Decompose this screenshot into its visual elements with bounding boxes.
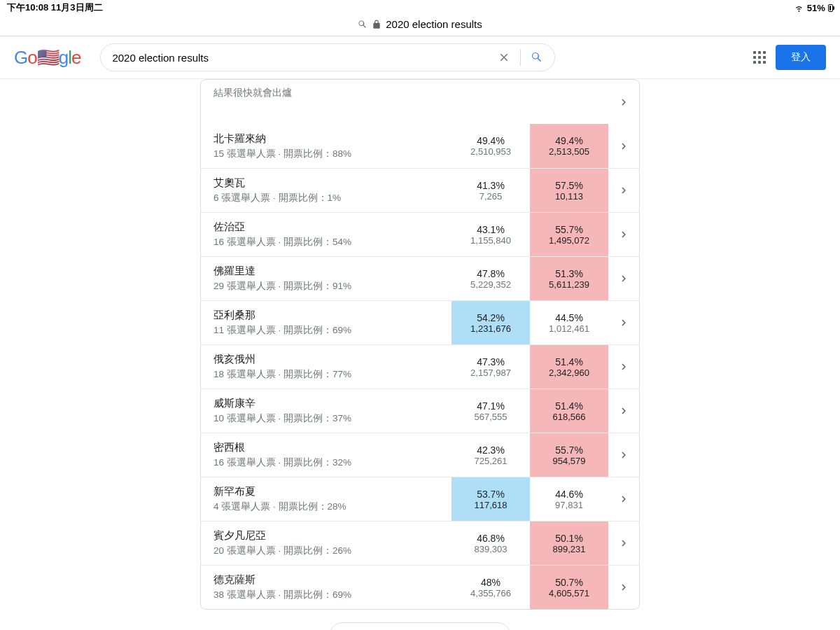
state-row[interactable]: 新罕布夏4 張選舉人票 · 開票比例：28%53.7%117,61844.6%9… bbox=[201, 477, 639, 521]
chevron-right-icon bbox=[608, 477, 639, 521]
state-row[interactable]: 北卡羅來納15 張選舉人票 · 開票比例：88%49.4%2,510,95349… bbox=[201, 124, 639, 168]
left-votes: 7,265 bbox=[479, 191, 503, 202]
state-name: 北卡羅來納 bbox=[214, 132, 439, 146]
chevron-right-icon bbox=[608, 433, 639, 477]
state-info: 佛羅里達29 張選舉人票 · 開票比例：91% bbox=[201, 257, 451, 300]
state-name: 新罕布夏 bbox=[214, 485, 439, 498]
candidate-left: 42.3%725,261 bbox=[451, 433, 530, 477]
state-sub: 29 張選舉人票 · 開票比例：91% bbox=[214, 280, 439, 293]
chevron-right-icon bbox=[608, 124, 639, 168]
candidate-left: 47.8%5,229,352 bbox=[451, 257, 530, 300]
left-pct: 49.4% bbox=[477, 135, 505, 146]
right-votes: 4,605,571 bbox=[549, 588, 589, 598]
state-row[interactable]: 賓夕凡尼亞20 張選舉人票 · 開票比例：26%46.8%839,30350.1… bbox=[201, 521, 639, 565]
browser-url-bar[interactable]: 2020 election results bbox=[0, 15, 840, 36]
wifi-icon bbox=[794, 3, 804, 13]
candidate-right: 55.7%954,579 bbox=[530, 433, 608, 477]
lock-icon bbox=[372, 20, 382, 29]
state-row[interactable]: 德克薩斯38 張選舉人票 · 開票比例：69%48%4,355,76650.7%… bbox=[201, 565, 639, 609]
state-name: 威斯康辛 bbox=[214, 397, 439, 410]
state-name: 德克薩斯 bbox=[214, 573, 439, 587]
state-name: 艾奧瓦 bbox=[214, 176, 439, 190]
right-pct: 44.5% bbox=[555, 312, 583, 323]
candidate-right: 51.4%618,566 bbox=[530, 389, 608, 433]
url-text: 2020 election results bbox=[386, 18, 482, 30]
chevron-right-icon bbox=[608, 345, 639, 388]
state-row[interactable]: 佛羅里達29 張選舉人票 · 開票比例：91%47.8%5,229,35251.… bbox=[201, 256, 639, 300]
state-name: 亞利桑那 bbox=[214, 309, 439, 322]
search-input[interactable] bbox=[112, 52, 498, 64]
left-votes: 4,355,766 bbox=[470, 588, 511, 598]
state-row[interactable]: 密西根16 張選舉人票 · 開票比例：32%42.3%725,26155.7%9… bbox=[201, 433, 639, 477]
show-less-button[interactable]: 顯示較少 bbox=[329, 622, 511, 630]
chevron-right-icon bbox=[608, 213, 639, 256]
state-info: 俄亥俄州18 張選舉人票 · 開票比例：77% bbox=[201, 345, 451, 388]
right-pct: 50.1% bbox=[555, 533, 583, 544]
state-info: 佐治亞16 張選舉人票 · 開票比例：54% bbox=[201, 213, 451, 256]
candidate-left: 53.7%117,618 bbox=[451, 477, 530, 521]
state-name: 佐治亞 bbox=[214, 220, 439, 234]
state-row[interactable]: 佐治亞16 張選舉人票 · 開票比例：54%43.1%1,155,84055.7… bbox=[201, 212, 639, 256]
state-name: 佛羅里達 bbox=[214, 265, 439, 278]
state-sub: 16 張選舉人票 · 開票比例：32% bbox=[214, 456, 439, 469]
left-pct: 46.8% bbox=[477, 533, 505, 544]
search-submit-icon[interactable] bbox=[531, 51, 543, 64]
signin-button[interactable]: 登入 bbox=[776, 45, 826, 70]
left-pct: 43.1% bbox=[477, 224, 505, 235]
state-row[interactable]: 亞利桑那11 張選舉人票 · 開票比例：69%54.2%1,231,67644.… bbox=[201, 300, 639, 344]
state-info: 艾奧瓦6 張選舉人票 · 開票比例：1% bbox=[201, 169, 451, 212]
right-pct: 51.4% bbox=[555, 356, 583, 368]
left-pct: 47.1% bbox=[477, 400, 505, 412]
state-name: 俄亥俄州 bbox=[214, 353, 439, 366]
left-pct: 47.3% bbox=[477, 356, 505, 368]
apps-icon[interactable] bbox=[753, 51, 766, 64]
left-pct: 42.3% bbox=[477, 444, 505, 456]
state-info: 密西根16 張選舉人票 · 開票比例：32% bbox=[201, 433, 451, 477]
right-votes: 954,579 bbox=[553, 456, 586, 466]
state-info: 新罕布夏4 張選舉人票 · 開票比例：28% bbox=[201, 477, 451, 521]
right-pct: 44.6% bbox=[555, 489, 583, 500]
status-bar: 下午10:08 11月3日周二 51% bbox=[0, 0, 840, 15]
google-logo[interactable]: Go🇺🇸gle bbox=[14, 47, 80, 69]
candidate-right: 51.3%5,611,239 bbox=[530, 257, 608, 300]
candidate-right: 44.5%1,012,461 bbox=[530, 301, 608, 344]
candidate-left: 49.4%2,510,953 bbox=[451, 124, 530, 168]
chevron-right-icon bbox=[608, 80, 639, 124]
candidate-right: 51.4%2,342,960 bbox=[530, 345, 608, 388]
right-pct: 51.3% bbox=[555, 268, 583, 279]
left-votes: 117,618 bbox=[475, 500, 507, 510]
chevron-right-icon bbox=[608, 257, 639, 300]
google-header: Go🇺🇸gle 登入 bbox=[0, 36, 840, 79]
left-pct: 53.7% bbox=[477, 489, 505, 500]
right-pct: 55.7% bbox=[555, 224, 583, 235]
right-votes: 899,231 bbox=[553, 544, 586, 554]
state-name: 密西根 bbox=[214, 441, 439, 454]
chevron-right-icon bbox=[608, 566, 639, 609]
candidate-right: 57.5%10,113 bbox=[530, 169, 608, 212]
left-votes: 2,157,987 bbox=[470, 368, 511, 378]
coming-soon-row[interactable]: 結果很快就會出爐 bbox=[201, 80, 639, 124]
left-votes: 567,555 bbox=[475, 412, 507, 422]
state-sub: 38 張選舉人票 · 開票比例：69% bbox=[214, 589, 439, 601]
candidate-left: 41.3%7,265 bbox=[451, 169, 530, 212]
right-votes: 2,513,505 bbox=[549, 146, 589, 157]
left-pct: 48% bbox=[481, 577, 500, 588]
state-name: 賓夕凡尼亞 bbox=[214, 529, 439, 542]
state-info: 亞利桑那11 張選舉人票 · 開票比例：69% bbox=[201, 301, 451, 344]
right-votes: 1,495,072 bbox=[549, 235, 589, 246]
chevron-right-icon bbox=[608, 301, 639, 344]
candidate-left: 43.1%1,155,840 bbox=[451, 213, 530, 256]
state-row[interactable]: 俄亥俄州18 張選舉人票 · 開票比例：77%47.3%2,157,98751.… bbox=[201, 344, 639, 388]
state-sub: 11 張選舉人票 · 開票比例：69% bbox=[214, 324, 439, 337]
state-info: 威斯康辛10 張選舉人票 · 開票比例：37% bbox=[201, 389, 451, 433]
search-box[interactable] bbox=[100, 43, 555, 71]
state-row[interactable]: 艾奧瓦6 張選舉人票 · 開票比例：1%41.3%7,26557.5%10,11… bbox=[201, 168, 639, 212]
chevron-right-icon bbox=[608, 522, 639, 565]
clear-icon[interactable] bbox=[498, 51, 510, 64]
right-votes: 1,012,461 bbox=[549, 323, 589, 334]
left-votes: 2,510,953 bbox=[470, 146, 511, 157]
right-votes: 5,611,239 bbox=[549, 279, 589, 290]
candidate-right: 50.7%4,605,571 bbox=[530, 566, 608, 609]
left-votes: 725,261 bbox=[475, 456, 507, 466]
state-row[interactable]: 威斯康辛10 張選舉人票 · 開票比例：37%47.1%567,55551.4%… bbox=[201, 388, 639, 433]
